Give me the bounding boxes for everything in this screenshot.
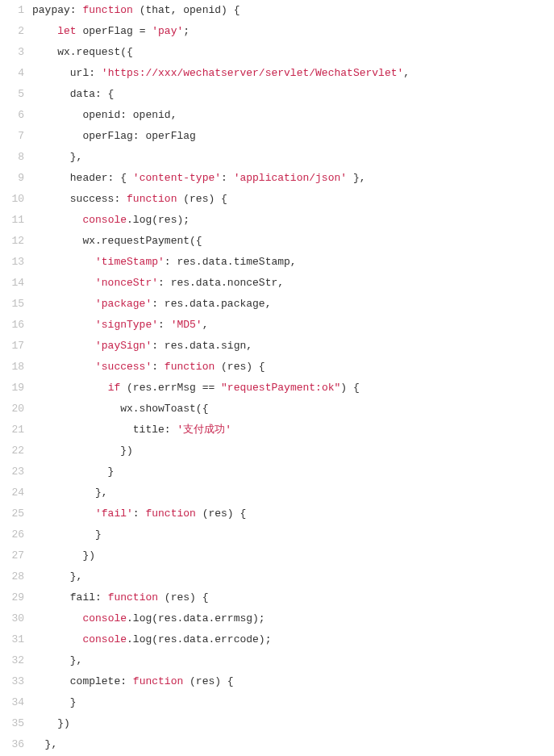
- code-token: [32, 256, 95, 268]
- code-token: 'success': [95, 361, 152, 373]
- code-token: (res) {: [158, 591, 208, 604]
- code-line: },: [32, 147, 554, 168]
- code-token: function: [82, 4, 132, 16]
- code-token: }): [32, 717, 70, 729]
- code-token: (res) {: [196, 507, 246, 520]
- line-number: 36: [0, 734, 24, 755]
- code-token: (that, openid) {: [133, 4, 240, 16]
- code-line: header: { 'content-type': 'application/j…: [32, 168, 554, 189]
- code-line: 'paySign': res.data.sign,: [32, 336, 554, 357]
- code-token: '支付成功': [177, 424, 231, 436]
- code-token: (res) {: [215, 361, 265, 373]
- code-token: console: [82, 612, 127, 624]
- code-token: function: [165, 361, 215, 373]
- code-token: function: [127, 193, 177, 205]
- code-line: console.log(res);: [32, 210, 554, 231]
- code-line: 'success': function (res) {: [32, 357, 554, 378]
- code-line: },: [32, 482, 554, 503]
- code-line: }: [32, 692, 554, 713]
- code-token: 'content-type': [133, 172, 221, 184]
- code-line: }: [32, 462, 554, 482]
- line-number: 12: [0, 231, 24, 252]
- code-token: :: [133, 507, 146, 520]
- code-line: title: '支付成功': [32, 420, 554, 441]
- code-line: complete: function (res) {: [32, 671, 554, 692]
- line-number: 21: [0, 420, 24, 441]
- code-token: function: [133, 675, 183, 687]
- line-number: 25: [0, 503, 24, 524]
- code-line: fail: function (res) {: [32, 587, 554, 608]
- line-number: 26: [0, 524, 24, 545]
- code-line: if (res.errMsg == "requestPayment:ok") {: [32, 378, 554, 399]
- code-line: url: 'https://xxx/wechatserver/servlet/W…: [32, 63, 554, 84]
- code-line: openid: openid,: [32, 105, 554, 126]
- code-token: [32, 319, 95, 331]
- line-number: 24: [0, 482, 24, 503]
- code-token: (res) {: [183, 675, 233, 687]
- code-token: },: [347, 172, 365, 184]
- code-line: },: [32, 650, 554, 671]
- code-token: [32, 25, 57, 37]
- code-line: wx.showToast({: [32, 399, 554, 420]
- code-token: },: [32, 570, 82, 583]
- line-number: 5: [0, 84, 24, 105]
- code-token: 'MD5': [171, 319, 202, 331]
- code-token: [32, 612, 82, 624]
- code-token: operFlag =: [77, 25, 152, 37]
- code-token: fail:: [32, 591, 108, 604]
- code-token: .log(res.data.errcode);: [127, 633, 271, 645]
- code-token: : res.data.package,: [152, 298, 271, 310]
- line-number: 29: [0, 587, 24, 608]
- line-number: 7: [0, 126, 24, 147]
- code-line: 'package': res.data.package,: [32, 294, 554, 315]
- code-line: wx.request({: [32, 42, 554, 63]
- line-number: 30: [0, 608, 24, 629]
- code-token: ,: [403, 67, 410, 79]
- code-token: 'fail': [95, 507, 133, 520]
- code-token: url:: [32, 67, 102, 79]
- code-line: }): [32, 713, 554, 734]
- line-number: 31: [0, 629, 24, 650]
- code-token: [32, 361, 95, 373]
- code-token: }: [32, 528, 102, 541]
- code-token: ,: [202, 319, 209, 331]
- line-number: 14: [0, 273, 24, 294]
- code-token: ;: [183, 25, 190, 37]
- line-number: 22: [0, 441, 24, 462]
- line-number: 17: [0, 336, 24, 357]
- code-token: 'application/json': [234, 172, 347, 184]
- code-token: 'nonceStr': [95, 277, 158, 289]
- line-number: 2: [0, 21, 24, 42]
- code-token: wx.request({: [32, 46, 133, 58]
- code-token: title:: [32, 424, 177, 436]
- line-number: 9: [0, 168, 24, 189]
- code-token: }: [32, 696, 77, 708]
- line-number: 8: [0, 147, 24, 168]
- code-line: data: {: [32, 84, 554, 105]
- code-token: function: [108, 591, 158, 604]
- code-token: function: [145, 507, 195, 520]
- code-token: paypay:: [32, 4, 82, 16]
- code-token: 'paySign': [95, 340, 152, 352]
- code-token: [32, 298, 95, 310]
- code-token: 'signType': [95, 319, 158, 331]
- line-number: 27: [0, 545, 24, 566]
- code-token: .log(res.data.errmsg);: [127, 612, 265, 624]
- line-number: 13: [0, 252, 24, 273]
- code-token: :: [221, 172, 234, 184]
- code-token: [32, 507, 95, 520]
- code-token: },: [32, 654, 82, 666]
- line-number: 4: [0, 63, 24, 84]
- code-line: 'fail': function (res) {: [32, 503, 554, 524]
- line-number-gutter: 1234567891011121314151617181920212223242…: [0, 0, 32, 755]
- code-token: "requestPayment:ok": [221, 382, 340, 394]
- line-number: 6: [0, 105, 24, 126]
- code-token: : res.data.sign,: [152, 340, 252, 352]
- code-token: let: [57, 25, 76, 37]
- code-line: }: [32, 524, 554, 545]
- code-line: 'signType': 'MD5',: [32, 315, 554, 336]
- code-token: :: [158, 319, 171, 331]
- line-number: 3: [0, 42, 24, 63]
- code-line: let operFlag = 'pay';: [32, 21, 554, 42]
- line-number: 18: [0, 357, 24, 378]
